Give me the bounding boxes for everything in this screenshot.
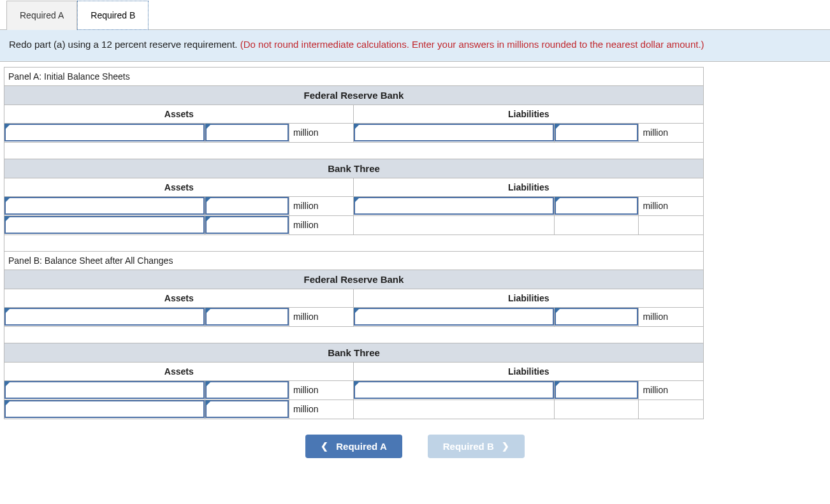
nav-next-label: Required B	[443, 441, 494, 452]
input-b-frb-liab-amt[interactable]	[555, 308, 638, 326]
unit-label: million	[289, 380, 354, 400]
unit-label: million	[639, 196, 704, 215]
spacer	[4, 234, 704, 251]
liabilities-header: Liabilities	[354, 104, 704, 123]
frb-header-a: Federal Reserve Bank	[4, 85, 704, 104]
unit-label: million	[289, 123, 354, 142]
empty-cell	[354, 215, 555, 234]
assets-header: Assets	[4, 362, 354, 380]
chevron-right-icon: ❯	[502, 441, 509, 451]
input-b-b3-liab1-name[interactable]	[354, 381, 554, 399]
instruction-bar: Redo part (a) using a 12 percent reserve…	[0, 30, 830, 62]
empty-cell	[639, 400, 704, 419]
input-a-frb-asset-name[interactable]	[4, 124, 205, 141]
empty-cell	[555, 215, 639, 234]
liabilities-header: Liabilities	[354, 178, 704, 196]
input-a-b3-asset1-amt[interactable]	[205, 197, 289, 215]
unit-label: million	[289, 400, 354, 419]
nav-next-button: Required B ❯	[428, 435, 525, 458]
empty-cell	[639, 215, 704, 234]
empty-cell	[354, 400, 555, 419]
bank3-header-a: Bank Three	[4, 159, 704, 178]
instruction-text: Redo part (a) using a 12 percent reserve…	[9, 39, 240, 50]
unit-label: million	[639, 123, 704, 142]
unit-label: million	[639, 380, 704, 400]
liabilities-header: Liabilities	[354, 289, 704, 307]
tab-required-a[interactable]: Required A	[6, 1, 77, 30]
assets-header: Assets	[4, 178, 354, 196]
input-b-b3-asset2-name[interactable]	[4, 400, 205, 418]
nav-prev-label: Required A	[336, 441, 386, 452]
input-a-b3-asset2-name[interactable]	[4, 216, 205, 234]
tab-row: Required A Required B	[0, 0, 830, 30]
input-b-frb-asset-amt[interactable]	[205, 308, 289, 326]
input-b-b3-asset2-amt[interactable]	[205, 400, 289, 418]
nav-prev-button[interactable]: ❮ Required A	[305, 435, 402, 458]
input-b-b3-liab1-amt[interactable]	[555, 381, 638, 399]
assets-header: Assets	[4, 104, 354, 123]
instruction-hint: (Do not round intermediate calculations.…	[240, 39, 704, 50]
spacer	[4, 142, 704, 159]
input-a-b3-asset1-name[interactable]	[4, 197, 205, 215]
input-b-b3-asset1-name[interactable]	[4, 381, 205, 399]
unit-label: million	[289, 196, 354, 215]
input-b-b3-asset1-amt[interactable]	[205, 381, 289, 399]
bank3-header-b: Bank Three	[4, 343, 704, 362]
chevron-left-icon: ❮	[321, 441, 328, 451]
frb-header-b: Federal Reserve Bank	[4, 270, 704, 289]
input-b-frb-liab-name[interactable]	[354, 308, 554, 326]
assets-header: Assets	[4, 289, 354, 307]
unit-label: million	[289, 307, 354, 326]
unit-label: million	[289, 215, 354, 234]
spacer	[4, 326, 704, 343]
input-a-frb-liab-amt[interactable]	[555, 124, 638, 141]
panel-b-label: Panel B: Balance Sheet after All Changes	[4, 251, 704, 270]
input-a-b3-liab1-name[interactable]	[354, 197, 554, 215]
unit-label: million	[639, 307, 704, 326]
bottom-nav: ❮ Required A Required B ❯	[0, 424, 830, 477]
empty-cell	[555, 400, 639, 419]
tab-required-b[interactable]: Required B	[77, 1, 149, 30]
input-a-frb-asset-amt[interactable]	[205, 124, 289, 141]
panel-a-label: Panel A: Initial Balance Sheets	[4, 67, 704, 85]
input-a-b3-liab1-amt[interactable]	[555, 197, 638, 215]
input-a-b3-asset2-amt[interactable]	[205, 216, 289, 234]
balance-sheet-table: Panel A: Initial Balance Sheets Federal …	[4, 67, 704, 419]
liabilities-header: Liabilities	[354, 362, 704, 380]
input-b-frb-asset-name[interactable]	[4, 308, 205, 326]
input-a-frb-liab-name[interactable]	[354, 124, 554, 141]
